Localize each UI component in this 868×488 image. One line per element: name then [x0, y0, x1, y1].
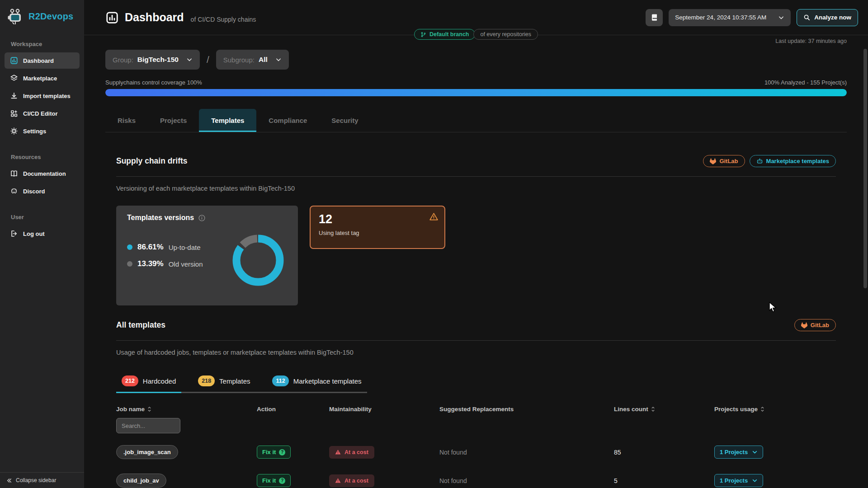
group-select[interactable]: Group: BigTech-150 [105, 50, 200, 70]
job-name-pill: .job_image_scan [116, 445, 178, 459]
legend-label: Old version [169, 260, 203, 268]
analyze-now-label: Analyze now [814, 14, 851, 21]
tab-label: Templates [219, 377, 250, 385]
sidebar-item-marketplace[interactable]: Marketplace [5, 70, 80, 86]
chevron-down-icon [186, 56, 193, 63]
chevron-down-icon [275, 56, 282, 63]
sort-icon [651, 406, 656, 412]
tab-templates-count[interactable]: 218 Templates [193, 371, 255, 393]
subgroup-select-label: Subgroup: [223, 56, 255, 64]
book-open-icon [10, 169, 18, 178]
sidebar-item-label: Log out [23, 230, 45, 237]
col-job-name[interactable]: Job name [116, 406, 257, 413]
filters-separator: / [207, 54, 209, 65]
projects-usage-dropdown[interactable]: 1 Projects [714, 474, 763, 487]
collapse-sidebar-label: Collapse sidebar [16, 477, 56, 483]
sort-icon [760, 406, 765, 412]
using-latest-tag-card: 12 Using latest tag [310, 206, 445, 249]
sidebar-item-settings[interactable]: Settings [5, 123, 80, 139]
download-icon [10, 92, 18, 100]
drifts-section-header: Supply chain drifts GitLab [116, 155, 836, 177]
info-icon[interactable] [198, 214, 206, 222]
changelog-button[interactable] [646, 9, 663, 26]
sidebar-section-user: User [0, 207, 84, 224]
default-branch-label: Default branch [429, 31, 469, 38]
job-search-input[interactable] [116, 418, 180, 433]
replacement-value: Not found [439, 477, 614, 484]
col-lines-count[interactable]: Lines count [614, 406, 714, 413]
projects-usage-dropdown[interactable]: 1 Projects [714, 446, 763, 459]
sidebar-item-label: Discord [23, 188, 45, 195]
fix-it-button[interactable]: Fix it ? [257, 446, 291, 459]
default-branch-badge[interactable]: Default branch [414, 29, 476, 40]
gitlab-filter-button[interactable]: GitLab [703, 155, 745, 167]
group-select-label: Group: [113, 56, 133, 64]
scope-label: of every repositories [480, 31, 531, 38]
analyze-now-button[interactable]: Analyze now [797, 9, 858, 26]
templates-versions-title: Templates versions [127, 214, 194, 222]
question-icon: ? [279, 449, 285, 455]
template-type-tabs: 212 Hardcoded 218 Templates 112 Marketpl… [116, 371, 367, 393]
sidebar-item-documentation[interactable]: Documentation [5, 165, 80, 182]
all-templates-section-header: All templates GitLab [116, 319, 836, 341]
marketplace-templates-button[interactable]: Marketplace templates [750, 155, 836, 167]
tab-marketplace-templates[interactable]: 112 Marketplace templates [267, 371, 367, 393]
legend-pct: 86.61% [137, 243, 164, 252]
sidebar-item-import-templates[interactable]: Import templates [5, 88, 80, 104]
sidebar-item-cicd-editor[interactable]: CI/CD Editor [5, 105, 80, 122]
coverage-labels: Supplychains control coverage 100% 100% … [105, 79, 847, 86]
gear-icon [10, 127, 18, 135]
tab-security[interactable]: Security [319, 109, 370, 132]
logout-icon [10, 230, 18, 238]
lines-count-value: 85 [614, 449, 714, 456]
discord-icon [10, 187, 18, 195]
main-tabs: Risks Projects Templates Compliance Secu… [105, 109, 847, 132]
subgroup-select[interactable]: Subgroup: All [216, 50, 289, 70]
tab-label: Hardcoded [143, 377, 176, 385]
sidebar-item-label: Dashboard [23, 57, 54, 64]
collapse-sidebar-button[interactable]: Collapse sidebar [0, 472, 84, 488]
tab-templates[interactable]: Templates [199, 109, 256, 132]
col-maintainability: Maintainability [329, 406, 439, 413]
legend-label: Up-to-date [169, 244, 201, 251]
gitlab-filter-button[interactable]: GitLab [794, 319, 836, 331]
page-title: Dashboard [125, 11, 184, 24]
dashboard-header-icon [105, 11, 119, 24]
maintainability-badge: At a cost [329, 446, 374, 459]
group-select-value: BigTech-150 [137, 56, 179, 64]
sidebar-section-workspace: Workspace [0, 34, 84, 51]
git-branch-icon [420, 32, 426, 38]
book-icon [650, 13, 659, 22]
gitlab-icon [801, 322, 807, 328]
tab-hardcoded[interactable]: 212 Hardcoded [116, 371, 181, 393]
analysis-date-value: September 24, 2024 10:37:55 AM [675, 14, 766, 21]
header-actions: September 24, 2024 10:37:55 AM Analyze n… [646, 9, 858, 26]
brand[interactable]: R2Devops [0, 0, 84, 34]
legend-dot-old-version [127, 261, 132, 267]
analysis-date-dropdown[interactable]: September 24, 2024 10:37:55 AM [669, 9, 791, 26]
warning-icon [429, 212, 439, 221]
sidebar-item-logout[interactable]: Log out [5, 225, 80, 242]
templates-versions-donut-chart [230, 232, 286, 288]
chevron-down-icon [778, 14, 784, 21]
page-scrollbar[interactable] [863, 49, 867, 288]
layers-icon [10, 74, 18, 82]
fix-it-button[interactable]: Fix it ? [257, 474, 291, 487]
table-header: Job name Action Maintainability Suggeste… [116, 406, 836, 413]
page-subtitle: of CI/CD Supply chains [191, 12, 256, 23]
sidebar-item-dashboard[interactable]: Dashboard [5, 52, 80, 69]
tab-projects[interactable]: Projects [148, 109, 199, 132]
sidebar-item-discord[interactable]: Discord [5, 183, 80, 199]
marketplace-button-label: Marketplace templates [766, 158, 829, 164]
double-chevron-left-icon [6, 478, 12, 483]
col-projects-usage[interactable]: Projects usage [714, 406, 836, 413]
content: Group: BigTech-150 / Subgroup: All Suppl… [84, 50, 868, 488]
tab-compliance[interactable]: Compliance [256, 109, 319, 132]
chevron-down-icon [752, 449, 758, 455]
tab-risks[interactable]: Risks [105, 109, 148, 132]
sidebar-section-resources: Resources [0, 147, 84, 164]
blocks-plus-icon [10, 109, 18, 117]
maintainability-badge: At a cost [329, 474, 374, 487]
tab-label: Marketplace templates [293, 377, 362, 385]
coverage-progress-fill [105, 89, 847, 96]
